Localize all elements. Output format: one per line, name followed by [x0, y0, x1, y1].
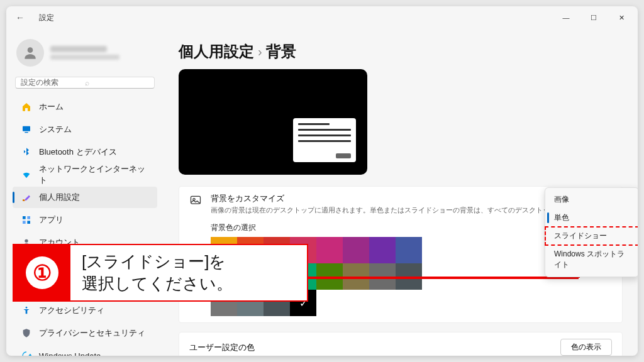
color-swatch[interactable]: [369, 237, 396, 263]
svg-rect-5: [27, 216, 30, 219]
search-placeholder: 設定の検索: [21, 77, 85, 88]
dropdown-option-1[interactable]: 単色: [545, 209, 638, 227]
breadcrumb-sep: ›: [258, 45, 262, 59]
user-color-label: ユーザー設定の色: [189, 342, 255, 353]
back-button[interactable]: ←: [9, 6, 31, 29]
sidebar-item-label: ホーム: [39, 101, 64, 112]
annotation-number: ①: [14, 245, 70, 300]
sidebar-item-bluetooth[interactable]: Bluetooth とデバイス: [13, 141, 157, 163]
sidebar-item-access[interactable]: アクセシビリティ: [13, 300, 157, 321]
breadcrumb: 個人用設定 › 背景: [179, 41, 623, 62]
sidebar-item-apps[interactable]: アプリ: [13, 209, 157, 231]
image-icon: [189, 194, 202, 207]
sidebar-item-privacy[interactable]: プライバシーとセキュリティ: [13, 322, 157, 344]
sidebar-item-home[interactable]: ホーム: [13, 96, 157, 118]
sidebar-item-label: ネットワークとインターネット: [39, 163, 148, 186]
bluetooth-icon: [21, 147, 31, 157]
sidebar-item-system[interactable]: システム: [13, 119, 157, 140]
home-icon: [21, 102, 31, 112]
svg-rect-4: [23, 216, 26, 219]
main-content: 個人用設定 › 背景 背景をカスタマイズ 画像の背景は現在のデスクトッ: [164, 29, 638, 356]
desktop-preview: [179, 69, 367, 175]
show-colors-button[interactable]: 色の表示: [560, 339, 612, 356]
svg-rect-3: [23, 199, 25, 201]
apps-icon: [21, 215, 31, 225]
sidebar-item-label: 個人用設定: [39, 192, 80, 203]
svg-rect-7: [27, 221, 30, 224]
titlebar: ← 設定 ― ☐ ✕: [6, 6, 638, 29]
privacy-icon: [21, 328, 31, 338]
sidebar-item-label: Windows Update: [39, 351, 101, 356]
svg-point-11: [26, 307, 28, 309]
dropdown-option-0[interactable]: 画像: [545, 190, 638, 209]
maximize-button[interactable]: ☐: [580, 6, 608, 29]
sidebar-item-label: システム: [39, 124, 72, 135]
background-type-dropdown: 画像単色スライドショーWindows スポットライト: [545, 187, 638, 277]
app-title: 設定: [39, 13, 54, 23]
sidebar-item-wifi[interactable]: ネットワークとインターネット: [13, 164, 157, 185]
wifi-icon: [21, 170, 31, 180]
dropdown-option-3[interactable]: Windows スポットライト: [545, 245, 638, 274]
update-icon: [21, 351, 31, 356]
svg-point-8: [25, 239, 28, 243]
settings-window: ← 設定 ― ☐ ✕ 設定の検索 ⌕ ホームシステムBluetooth とデバイ…: [6, 6, 638, 356]
sidebar-item-brush[interactable]: 個人用設定: [13, 187, 157, 208]
color-swatch[interactable]: [316, 237, 343, 263]
search-input[interactable]: 設定の検索 ⌕: [15, 77, 155, 89]
annotation-callout: ① [スライドショー]を選択してください。: [13, 244, 308, 302]
breadcrumb-parent[interactable]: 個人用設定: [179, 41, 254, 62]
sidebar-item-label: Bluetooth とデバイス: [39, 146, 117, 158]
search-icon: ⌕: [85, 79, 149, 87]
sidebar-item-label: アクセシビリティ: [39, 305, 104, 316]
sidebar-item-update[interactable]: Windows Update: [13, 345, 157, 356]
svg-rect-2: [25, 132, 28, 133]
svg-rect-6: [23, 221, 26, 224]
system-icon: [21, 124, 31, 134]
color-swatch[interactable]: [396, 237, 422, 263]
breadcrumb-current: 背景: [266, 41, 296, 62]
sidebar-item-label: アプリ: [39, 214, 64, 226]
user-profile[interactable]: [9, 34, 161, 72]
svg-point-0: [28, 47, 33, 53]
user-color-row: ユーザー設定の色 色の表示: [179, 332, 623, 356]
access-icon: [21, 305, 31, 315]
brush-icon: [21, 192, 31, 202]
window-body: 設定の検索 ⌕ ホームシステムBluetooth とデバイスネットワークとインタ…: [6, 29, 638, 356]
sidebar: 設定の検索 ⌕ ホームシステムBluetooth とデバイスネットワークとインタ…: [6, 29, 164, 356]
dropdown-option-2[interactable]: スライドショー: [545, 227, 638, 245]
preview-window: [293, 118, 356, 162]
minimize-button[interactable]: ―: [552, 6, 580, 29]
user-name-blurred: [50, 46, 153, 60]
avatar: [16, 39, 44, 67]
sidebar-item-label: プライバシーとセキュリティ: [39, 327, 145, 339]
sidebar-nav: ホームシステムBluetooth とデバイスネットワークとインターネット個人用設…: [9, 96, 161, 356]
close-button[interactable]: ✕: [608, 6, 635, 29]
window-controls: ― ☐ ✕: [552, 6, 635, 29]
color-swatch[interactable]: [343, 237, 369, 263]
annotation-connector-h: [308, 277, 579, 279]
annotation-text: [スライドショー]を選択してください。: [70, 245, 307, 300]
svg-rect-1: [23, 126, 30, 131]
